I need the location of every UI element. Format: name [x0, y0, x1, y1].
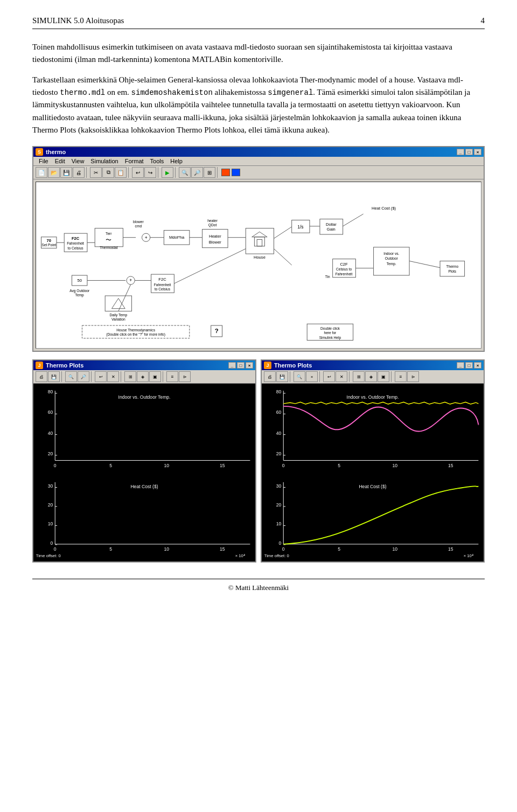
- svg-text:Thermo: Thermo: [446, 265, 458, 268]
- svg-text:to Celsius: to Celsius: [68, 246, 84, 250]
- svg-text:Gain: Gain: [327, 227, 336, 232]
- thermo2-tb7[interactable]: ⊞: [353, 371, 365, 382]
- thermo1-controls[interactable]: _ □ ×: [228, 362, 253, 369]
- sep1: [86, 167, 88, 178]
- thermo1-tb9[interactable]: ▣: [149, 371, 161, 382]
- simulink-icon: S: [36, 148, 43, 156]
- svg-text:Thermostat: Thermostat: [100, 246, 118, 249]
- toolbar-start[interactable]: ▶: [162, 167, 173, 178]
- menu-file[interactable]: File: [36, 157, 52, 165]
- menu-help[interactable]: Help: [167, 157, 186, 165]
- toolbar-open[interactable]: 📂: [48, 167, 60, 178]
- menu-tools[interactable]: Tools: [147, 157, 167, 165]
- svg-text:Fahrenheit: Fahrenheit: [154, 283, 171, 287]
- thermo2-controls[interactable]: _ □ ×: [457, 362, 481, 369]
- thermo2-tb6[interactable]: ✕: [336, 371, 347, 382]
- thermo2-close[interactable]: ×: [474, 362, 481, 369]
- page-footer: © Matti Lähteenmäki: [32, 579, 485, 592]
- svg-text:〜: 〜: [106, 237, 111, 243]
- toolbar-color2[interactable]: [232, 169, 240, 176]
- toolbar-undo[interactable]: ↩: [132, 167, 144, 178]
- thermo2-sep1: [290, 371, 292, 382]
- svg-text:Outdoor: Outdoor: [385, 257, 399, 261]
- thermo1-tb8[interactable]: ◈: [137, 371, 149, 382]
- thermo1-tb5[interactable]: ↩: [95, 371, 107, 382]
- maximize-button[interactable]: □: [465, 149, 473, 155]
- toolbar-print[interactable]: 🖨: [73, 167, 85, 178]
- svg-text:30: 30: [276, 483, 282, 489]
- svg-text:Heat Cost ($): Heat Cost ($): [130, 484, 158, 490]
- svg-text:Plots: Plots: [448, 269, 456, 273]
- svg-text:0: 0: [279, 540, 282, 546]
- svg-text:heater: heater: [207, 219, 218, 223]
- thermo1-close[interactable]: ×: [246, 362, 253, 369]
- toolbar-save[interactable]: 💾: [60, 167, 72, 178]
- thermo2-tb2[interactable]: 💾: [276, 371, 288, 382]
- menu-simulation[interactable]: Simulation: [87, 157, 121, 165]
- svg-text:to Celsius: to Celsius: [155, 288, 171, 292]
- menu-format[interactable]: Format: [122, 157, 147, 165]
- window-controls[interactable]: _ □ ×: [457, 149, 481, 155]
- page-header: SIMULINK 5.0 Aloitusopas 4: [32, 16, 485, 29]
- toolbar-zoom-in[interactable]: 🔍: [179, 167, 191, 178]
- thermo2-tb11[interactable]: ⊳: [407, 371, 419, 382]
- svg-text:here for: here for: [324, 331, 337, 335]
- toolbar-redo[interactable]: ↪: [144, 167, 156, 178]
- svg-text:10: 10: [276, 522, 282, 527]
- simulink-titlebar: S thermo _ □ ×: [33, 147, 484, 157]
- thermo1-tb4[interactable]: 🔎: [78, 371, 89, 382]
- thermo1-tb10[interactable]: ≡: [166, 371, 178, 382]
- toolbar-copy[interactable]: ⧉: [102, 167, 114, 178]
- thermo2-tb10[interactable]: ≡: [395, 371, 407, 382]
- thermo2-tb1[interactable]: 🖨: [264, 371, 276, 382]
- toolbar-zoom-out[interactable]: 🔎: [191, 167, 203, 178]
- svg-text:Dollar: Dollar: [326, 222, 337, 227]
- svg-text:Fahrenheit: Fahrenheit: [67, 241, 84, 245]
- svg-text:80: 80: [276, 389, 282, 394]
- thermo1-maximize[interactable]: □: [237, 362, 244, 369]
- thermo1-titlebar: J Thermo Plots _ □ ×: [33, 360, 255, 370]
- menu-view[interactable]: View: [68, 157, 88, 165]
- thermo2-titlebar: J Thermo Plots _ □ ×: [262, 360, 484, 370]
- thermo1-tb6[interactable]: ✕: [107, 371, 119, 382]
- thermo1-sep1: [61, 371, 64, 382]
- thermo1-title: Thermo Plots: [46, 362, 83, 369]
- thermo2-tb4[interactable]: ×: [306, 371, 318, 382]
- code-simdemoshakemiston: simdemoshakemiston: [131, 88, 213, 97]
- svg-text:15: 15: [448, 547, 453, 552]
- thermo1-icon: J: [36, 362, 43, 369]
- thermo2-tb9[interactable]: ▣: [378, 371, 389, 382]
- code-simgeneral: simgeneral: [268, 88, 313, 97]
- page-title: SIMULINK 5.0 Aloitusopas: [32, 16, 124, 25]
- thermo2-tb8[interactable]: ◈: [365, 371, 377, 382]
- thermo2-tb5[interactable]: ↩: [323, 371, 335, 382]
- minimize-button[interactable]: _: [457, 149, 464, 155]
- page: SIMULINK 5.0 Aloitusopas 4 Toinen mahdol…: [0, 0, 517, 812]
- thermo2-tb3[interactable]: 🔍: [294, 371, 305, 382]
- menu-edit[interactable]: Edit: [52, 157, 68, 165]
- thermo2-minimize[interactable]: _: [457, 362, 464, 369]
- close-button[interactable]: ×: [474, 149, 481, 155]
- thermo1-tb2[interactable]: 💾: [48, 371, 60, 382]
- svg-text:5: 5: [109, 463, 112, 468]
- svg-text:+: +: [129, 278, 132, 283]
- thermo1-tb1[interactable]: 🖨: [36, 371, 47, 382]
- thermo1-tb7[interactable]: ⊞: [124, 371, 136, 382]
- thermo1-tb11[interactable]: ⊳: [179, 371, 191, 382]
- toolbar-cut[interactable]: ✂: [90, 167, 102, 178]
- svg-text:Terr: Terr: [106, 232, 112, 235]
- toolbar-color[interactable]: [221, 169, 230, 176]
- toolbar-new[interactable]: 📄: [36, 167, 47, 178]
- toolbar-paste[interactable]: 📋: [115, 167, 127, 178]
- svg-text:C2F: C2F: [340, 262, 348, 267]
- svg-text:0: 0: [54, 547, 57, 552]
- svg-text:15: 15: [220, 547, 225, 552]
- thermo1-minimize[interactable]: _: [228, 362, 236, 369]
- thermo1-tb3[interactable]: 🔍: [65, 371, 77, 382]
- thermo2-maximize[interactable]: □: [465, 362, 473, 369]
- toolbar-fit[interactable]: ⊞: [204, 167, 215, 178]
- svg-text:QDot: QDot: [208, 223, 217, 227]
- paragraph-1: Toinen mahdollisuus esimerkin tutkimisee…: [32, 41, 485, 66]
- svg-text:Mdot*ha: Mdot*ha: [169, 235, 185, 240]
- svg-text:?: ?: [215, 328, 219, 334]
